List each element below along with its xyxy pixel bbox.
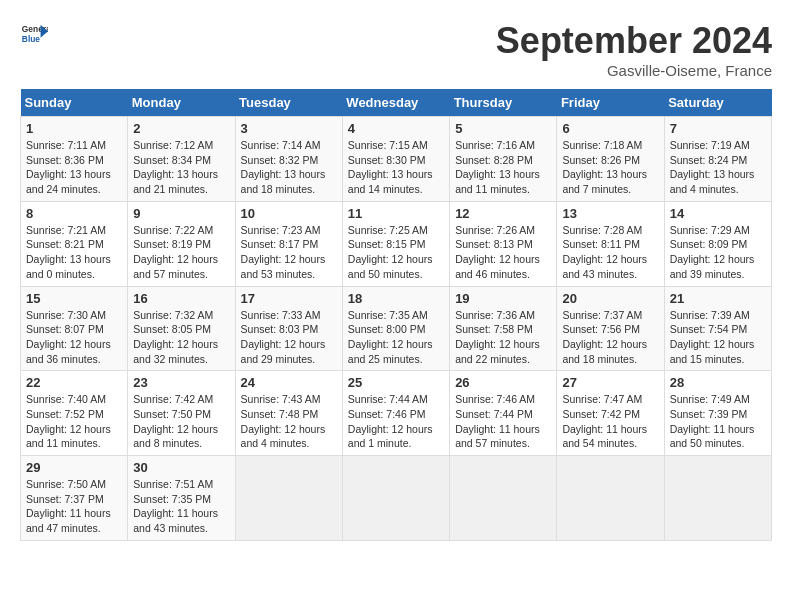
- day-number: 28: [670, 375, 766, 390]
- calendar-cell: 2 Sunrise: 7:12 AMSunset: 8:34 PMDayligh…: [128, 117, 235, 202]
- day-info: Sunrise: 7:36 AMSunset: 7:58 PMDaylight:…: [455, 309, 540, 365]
- calendar-cell: 10 Sunrise: 7:23 AMSunset: 8:17 PMDaylig…: [235, 201, 342, 286]
- calendar-cell: 19 Sunrise: 7:36 AMSunset: 7:58 PMDaylig…: [450, 286, 557, 371]
- calendar-cell: [557, 456, 664, 541]
- day-number: 23: [133, 375, 229, 390]
- calendar-cell: 7 Sunrise: 7:19 AMSunset: 8:24 PMDayligh…: [664, 117, 771, 202]
- day-info: Sunrise: 7:37 AMSunset: 7:56 PMDaylight:…: [562, 309, 647, 365]
- calendar-cell: 4 Sunrise: 7:15 AMSunset: 8:30 PMDayligh…: [342, 117, 449, 202]
- day-number: 8: [26, 206, 122, 221]
- day-number: 13: [562, 206, 658, 221]
- day-number: 19: [455, 291, 551, 306]
- calendar-cell: 22 Sunrise: 7:40 AMSunset: 7:52 PMDaylig…: [21, 371, 128, 456]
- col-friday: Friday: [557, 89, 664, 117]
- day-number: 12: [455, 206, 551, 221]
- day-info: Sunrise: 7:21 AMSunset: 8:21 PMDaylight:…: [26, 224, 111, 280]
- day-info: Sunrise: 7:26 AMSunset: 8:13 PMDaylight:…: [455, 224, 540, 280]
- calendar-cell: [342, 456, 449, 541]
- calendar-cell: 23 Sunrise: 7:42 AMSunset: 7:50 PMDaylig…: [128, 371, 235, 456]
- location-subtitle: Gasville-Oiseme, France: [496, 62, 772, 79]
- calendar-cell: 16 Sunrise: 7:32 AMSunset: 8:05 PMDaylig…: [128, 286, 235, 371]
- calendar-cell: 6 Sunrise: 7:18 AMSunset: 8:26 PMDayligh…: [557, 117, 664, 202]
- day-number: 10: [241, 206, 337, 221]
- col-sunday: Sunday: [21, 89, 128, 117]
- calendar-cell: 26 Sunrise: 7:46 AMSunset: 7:44 PMDaylig…: [450, 371, 557, 456]
- day-info: Sunrise: 7:49 AMSunset: 7:39 PMDaylight:…: [670, 393, 755, 449]
- day-number: 11: [348, 206, 444, 221]
- calendar-cell: 3 Sunrise: 7:14 AMSunset: 8:32 PMDayligh…: [235, 117, 342, 202]
- calendar-cell: 12 Sunrise: 7:26 AMSunset: 8:13 PMDaylig…: [450, 201, 557, 286]
- calendar-cell: 1 Sunrise: 7:11 AMSunset: 8:36 PMDayligh…: [21, 117, 128, 202]
- day-number: 22: [26, 375, 122, 390]
- calendar-cell: 28 Sunrise: 7:49 AMSunset: 7:39 PMDaylig…: [664, 371, 771, 456]
- calendar-cell: [235, 456, 342, 541]
- day-info: Sunrise: 7:50 AMSunset: 7:37 PMDaylight:…: [26, 478, 111, 534]
- calendar-cell: 17 Sunrise: 7:33 AMSunset: 8:03 PMDaylig…: [235, 286, 342, 371]
- day-number: 16: [133, 291, 229, 306]
- day-number: 26: [455, 375, 551, 390]
- calendar-row: 1 Sunrise: 7:11 AMSunset: 8:36 PMDayligh…: [21, 117, 772, 202]
- calendar-cell: 29 Sunrise: 7:50 AMSunset: 7:37 PMDaylig…: [21, 456, 128, 541]
- day-info: Sunrise: 7:30 AMSunset: 8:07 PMDaylight:…: [26, 309, 111, 365]
- day-number: 27: [562, 375, 658, 390]
- day-number: 14: [670, 206, 766, 221]
- day-info: Sunrise: 7:44 AMSunset: 7:46 PMDaylight:…: [348, 393, 433, 449]
- day-number: 21: [670, 291, 766, 306]
- day-info: Sunrise: 7:35 AMSunset: 8:00 PMDaylight:…: [348, 309, 433, 365]
- day-info: Sunrise: 7:11 AMSunset: 8:36 PMDaylight:…: [26, 139, 111, 195]
- day-info: Sunrise: 7:14 AMSunset: 8:32 PMDaylight:…: [241, 139, 326, 195]
- header-row: Sunday Monday Tuesday Wednesday Thursday…: [21, 89, 772, 117]
- day-info: Sunrise: 7:18 AMSunset: 8:26 PMDaylight:…: [562, 139, 647, 195]
- month-title: September 2024: [496, 20, 772, 62]
- logo-icon: General Blue: [20, 20, 48, 48]
- day-info: Sunrise: 7:43 AMSunset: 7:48 PMDaylight:…: [241, 393, 326, 449]
- day-info: Sunrise: 7:12 AMSunset: 8:34 PMDaylight:…: [133, 139, 218, 195]
- day-info: Sunrise: 7:39 AMSunset: 7:54 PMDaylight:…: [670, 309, 755, 365]
- day-info: Sunrise: 7:46 AMSunset: 7:44 PMDaylight:…: [455, 393, 540, 449]
- day-number: 17: [241, 291, 337, 306]
- calendar-cell: 11 Sunrise: 7:25 AMSunset: 8:15 PMDaylig…: [342, 201, 449, 286]
- calendar-body: 1 Sunrise: 7:11 AMSunset: 8:36 PMDayligh…: [21, 117, 772, 541]
- day-number: 4: [348, 121, 444, 136]
- day-info: Sunrise: 7:47 AMSunset: 7:42 PMDaylight:…: [562, 393, 647, 449]
- day-info: Sunrise: 7:42 AMSunset: 7:50 PMDaylight:…: [133, 393, 218, 449]
- day-info: Sunrise: 7:23 AMSunset: 8:17 PMDaylight:…: [241, 224, 326, 280]
- day-number: 9: [133, 206, 229, 221]
- calendar-cell: 5 Sunrise: 7:16 AMSunset: 8:28 PMDayligh…: [450, 117, 557, 202]
- calendar-row: 15 Sunrise: 7:30 AMSunset: 8:07 PMDaylig…: [21, 286, 772, 371]
- calendar-cell: 18 Sunrise: 7:35 AMSunset: 8:00 PMDaylig…: [342, 286, 449, 371]
- col-wednesday: Wednesday: [342, 89, 449, 117]
- day-number: 25: [348, 375, 444, 390]
- calendar-cell: 30 Sunrise: 7:51 AMSunset: 7:35 PMDaylig…: [128, 456, 235, 541]
- day-info: Sunrise: 7:33 AMSunset: 8:03 PMDaylight:…: [241, 309, 326, 365]
- calendar-cell: 20 Sunrise: 7:37 AMSunset: 7:56 PMDaylig…: [557, 286, 664, 371]
- day-number: 2: [133, 121, 229, 136]
- day-number: 30: [133, 460, 229, 475]
- page-header: General Blue September 2024 Gasville-Ois…: [20, 20, 772, 79]
- day-number: 1: [26, 121, 122, 136]
- calendar-cell: 14 Sunrise: 7:29 AMSunset: 8:09 PMDaylig…: [664, 201, 771, 286]
- calendar-row: 8 Sunrise: 7:21 AMSunset: 8:21 PMDayligh…: [21, 201, 772, 286]
- calendar-row: 29 Sunrise: 7:50 AMSunset: 7:37 PMDaylig…: [21, 456, 772, 541]
- calendar-cell: 9 Sunrise: 7:22 AMSunset: 8:19 PMDayligh…: [128, 201, 235, 286]
- day-number: 18: [348, 291, 444, 306]
- calendar-cell: 15 Sunrise: 7:30 AMSunset: 8:07 PMDaylig…: [21, 286, 128, 371]
- col-thursday: Thursday: [450, 89, 557, 117]
- col-monday: Monday: [128, 89, 235, 117]
- day-info: Sunrise: 7:16 AMSunset: 8:28 PMDaylight:…: [455, 139, 540, 195]
- day-number: 5: [455, 121, 551, 136]
- col-saturday: Saturday: [664, 89, 771, 117]
- day-info: Sunrise: 7:51 AMSunset: 7:35 PMDaylight:…: [133, 478, 218, 534]
- day-info: Sunrise: 7:19 AMSunset: 8:24 PMDaylight:…: [670, 139, 755, 195]
- title-section: September 2024 Gasville-Oiseme, France: [496, 20, 772, 79]
- day-info: Sunrise: 7:40 AMSunset: 7:52 PMDaylight:…: [26, 393, 111, 449]
- day-number: 29: [26, 460, 122, 475]
- day-info: Sunrise: 7:29 AMSunset: 8:09 PMDaylight:…: [670, 224, 755, 280]
- logo: General Blue: [20, 20, 48, 48]
- day-number: 15: [26, 291, 122, 306]
- svg-text:Blue: Blue: [22, 34, 40, 44]
- day-number: 20: [562, 291, 658, 306]
- col-tuesday: Tuesday: [235, 89, 342, 117]
- day-info: Sunrise: 7:25 AMSunset: 8:15 PMDaylight:…: [348, 224, 433, 280]
- day-number: 6: [562, 121, 658, 136]
